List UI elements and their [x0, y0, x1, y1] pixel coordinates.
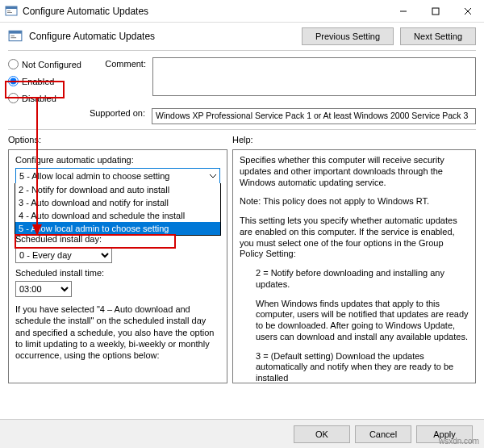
- state-row: Not Configured Enabled Disabled Comment:: [0, 54, 484, 108]
- configure-updating-dropdown[interactable]: 5 - Allow local admin to choose setting …: [15, 168, 220, 184]
- dropdown-list: 2 - Notify for download and auto install…: [15, 183, 221, 236]
- chevron-down-icon: [210, 173, 216, 179]
- comment-column: Comment:: [90, 57, 476, 103]
- sched-day-select[interactable]: 0 - Every day: [15, 247, 112, 263]
- svg-rect-9: [9, 31, 22, 33]
- comment-field: Comment:: [90, 57, 476, 96]
- header-row: Configure Automatic Updates Previous Set…: [0, 23, 484, 50]
- help-p3: This setting lets you specify whether au…: [240, 216, 469, 260]
- divider: [8, 50, 476, 51]
- help-p2: Note: This policy does not apply to Wind…: [240, 196, 469, 207]
- svg-rect-2: [7, 10, 10, 11]
- radio-disabled-input[interactable]: [8, 93, 19, 103]
- dropdown-selected-text: 5 - Allow local admin to choose setting: [19, 171, 170, 181]
- dropdown-selected[interactable]: 5 - Allow local admin to choose setting: [16, 169, 219, 183]
- close-button[interactable]: [452, 0, 484, 23]
- dropdown-option-3[interactable]: 3 - Auto download and notify for install: [15, 196, 220, 209]
- footer: OK Cancel Apply: [0, 419, 484, 448]
- svg-rect-3: [7, 12, 12, 13]
- help-column: Help: Specifies whether this computer wi…: [232, 133, 476, 383]
- options-panel: Configure automatic updating: 5 - Allow …: [8, 149, 227, 383]
- radio-enabled-label: Enabled: [22, 77, 54, 86]
- svg-rect-10: [10, 36, 15, 36]
- svg-rect-5: [432, 8, 439, 15]
- next-setting-button[interactable]: Next Setting: [400, 27, 476, 45]
- help-p5: When Windows finds updates that apply to…: [240, 299, 469, 343]
- radio-not-configured-input[interactable]: [8, 59, 19, 69]
- help-p4: 2 = Notify before downloading and instal…: [240, 268, 469, 291]
- dropdown-option-2[interactable]: 2 - Notify for download and auto install: [15, 183, 220, 196]
- state-radios: Not Configured Enabled Disabled: [8, 57, 81, 103]
- titlebar: Configure Automatic Updates: [0, 0, 484, 23]
- sched-time-label: Scheduled install time:: [15, 268, 220, 278]
- ok-button[interactable]: OK: [294, 425, 350, 443]
- comment-label: Comment:: [90, 57, 146, 69]
- page-title: Configure Automatic Updates: [29, 31, 295, 42]
- supported-label: Supported on:: [8, 108, 145, 118]
- dropdown-option-4[interactable]: 4 - Auto download and schedule the insta…: [15, 209, 220, 222]
- window-title: Configure Automatic Updates: [23, 6, 387, 17]
- help-p1: Specifies whether this computer will rec…: [240, 155, 469, 188]
- divider: [8, 129, 476, 130]
- help-label: Help:: [232, 133, 476, 149]
- app-icon: [5, 5, 18, 18]
- svg-rect-11: [10, 37, 16, 38]
- radio-enabled-input[interactable]: [8, 76, 19, 86]
- options-column: Options: Configure automatic updating: 5…: [8, 133, 227, 383]
- dropdown-option-5[interactable]: 5 - Allow local admin to choose setting: [15, 222, 220, 235]
- panels: Options: Configure automatic updating: 5…: [0, 133, 484, 383]
- supported-value: Windows XP Professional Service Pack 1 o…: [152, 108, 476, 124]
- radio-disabled[interactable]: Disabled: [8, 93, 81, 103]
- svg-rect-1: [6, 6, 17, 9]
- options-note: If you have selected "4 – Auto download …: [15, 304, 220, 361]
- comment-input[interactable]: [152, 57, 476, 96]
- radio-not-configured-label: Not Configured: [22, 60, 81, 69]
- schedule-block: Scheduled install day: 0 - Every day Sch…: [15, 234, 220, 361]
- options-label: Options:: [8, 133, 227, 149]
- cancel-button[interactable]: Cancel: [355, 425, 411, 443]
- configure-updating-label: Configure automatic updating:: [15, 155, 220, 165]
- maximize-button[interactable]: [419, 0, 452, 23]
- radio-not-configured[interactable]: Not Configured: [8, 59, 81, 69]
- sched-time-select[interactable]: 03:00: [15, 281, 72, 297]
- help-p6: 3 = (Default setting) Download the updat…: [240, 351, 469, 384]
- previous-setting-button[interactable]: Previous Setting: [302, 27, 394, 45]
- radio-disabled-label: Disabled: [22, 94, 56, 103]
- help-panel[interactable]: Specifies whether this computer will rec…: [232, 149, 476, 383]
- supported-row: Supported on: Windows XP Professional Se…: [0, 108, 484, 129]
- radio-enabled[interactable]: Enabled: [8, 76, 81, 86]
- window-buttons: [387, 0, 484, 23]
- minimize-button[interactable]: [387, 0, 419, 23]
- watermark: wsxdn.com: [439, 437, 479, 446]
- policy-icon: [8, 29, 23, 44]
